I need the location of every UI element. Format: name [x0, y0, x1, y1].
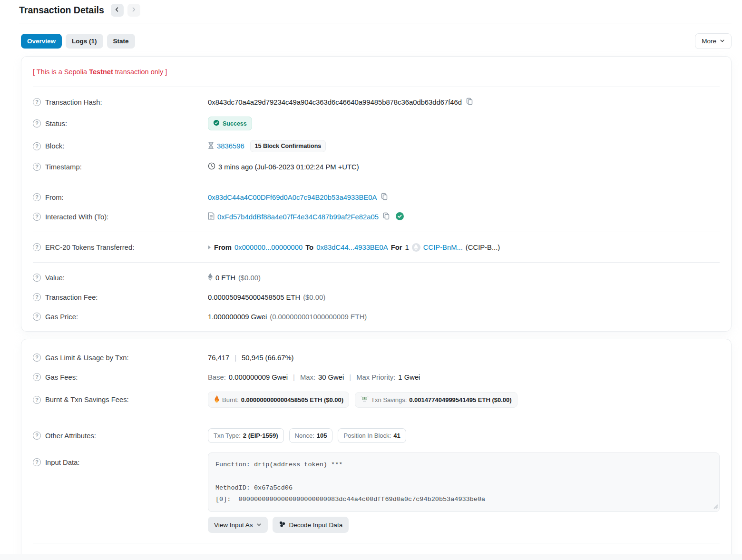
separator: |	[349, 373, 351, 381]
help-icon[interactable]: ?	[33, 213, 41, 221]
gas-usage-value: 50,945 (66.67%)	[242, 354, 293, 362]
txn-type-badge: Txn Type: 2 (EIP-1559)	[208, 428, 284, 443]
to-address-link[interactable]: 0xFd57b4ddBf88a4e07fF4e34C487b99af2Fe82a…	[217, 213, 379, 221]
decode-input-data-button[interactable]: Decode Input Data	[273, 517, 349, 533]
next-transaction-button[interactable]	[127, 4, 140, 17]
transaction-hash-value: 0x843dc70a4a29d79234c49a904c363d6c46640a…	[208, 98, 462, 106]
transaction-fee-label: ? Transaction Fee:	[33, 293, 208, 301]
warning-suffix: transaction only ]	[113, 68, 167, 76]
eth-diamond-icon	[208, 273, 213, 282]
status-text: Success	[223, 120, 247, 127]
gas-price-label: ? Gas Price:	[33, 313, 208, 321]
tab-state[interactable]: State	[107, 34, 135, 49]
help-icon[interactable]: ?	[33, 142, 41, 150]
erc20-to-word: To	[305, 244, 313, 251]
erc20-transfers-label: ? ERC-20 Tokens Transferred:	[33, 243, 208, 251]
status-row: ? Status: Success	[33, 112, 720, 135]
label-text: Interacted With (To):	[45, 213, 108, 221]
txn-savings-label-text: Txn Savings:	[371, 396, 407, 403]
view-input-as-button[interactable]: View Input As	[208, 517, 268, 533]
txn-savings-badge: $ Txn Savings: 0.001477404999541495 ETH …	[355, 392, 517, 408]
label-text: From:	[45, 194, 64, 201]
base-fee-value: 0.000000009 Gwei	[229, 373, 288, 381]
help-icon[interactable]: ?	[33, 313, 41, 321]
max-fee-value: 30 Gwei	[318, 373, 344, 381]
burnt-fee-value: 0.000000000000458505 ETH ($0.00)	[241, 396, 343, 403]
help-icon[interactable]: ?	[33, 458, 41, 466]
help-icon[interactable]: ?	[33, 354, 41, 362]
help-icon[interactable]: ?	[33, 243, 41, 251]
gas-limit-row: ? Gas Limit & Usage by Txn: 76,417 | 50,…	[33, 348, 720, 367]
warning-prefix: [ This is a Sepolia	[33, 68, 89, 76]
tabs-bar: Overview Logs (1) State More	[21, 33, 732, 49]
gas-price-amount: 1.000000009 Gwei	[208, 313, 267, 321]
value-row: ? Value: 0 ETH ($0.00)	[33, 268, 720, 287]
input-data-textarea[interactable]: Function: drip(address token) *** Method…	[208, 452, 720, 512]
divider	[33, 418, 720, 418]
help-icon[interactable]: ?	[33, 274, 41, 282]
erc20-for-word: For	[391, 244, 402, 251]
help-icon[interactable]: ?	[33, 163, 41, 171]
label-text: Gas Limit & Usage by Txn:	[45, 354, 129, 362]
verified-check-icon	[396, 212, 404, 222]
page-title: Transaction Details	[19, 5, 104, 16]
erc20-transfers-row: ? ERC-20 Tokens Transferred: From 0x0000…	[33, 237, 720, 257]
hourglass-icon	[208, 142, 214, 150]
burnt-fee-label-text: Burnt:	[222, 396, 239, 403]
max-priority-fee-value: 1 Gwei	[398, 373, 420, 381]
gas-fees-label: ? Gas Fees:	[33, 373, 208, 381]
help-icon[interactable]: ?	[33, 432, 41, 440]
money-wings-icon: $	[361, 396, 369, 404]
check-circle-icon	[213, 119, 220, 128]
previous-transaction-button[interactable]	[111, 4, 124, 17]
copy-hash-button[interactable]	[465, 98, 474, 107]
txn-type-label: Txn Type:	[214, 432, 241, 439]
page: Transaction Details Overview Logs (1) St…	[0, 0, 742, 560]
block-number-link[interactable]: 3836596	[217, 142, 244, 150]
value-amount: 0 ETH	[215, 274, 235, 282]
token-icon	[412, 243, 420, 252]
timestamp-row: ? Timestamp: 3 mins ago (Jul-06-2023 01:…	[33, 157, 720, 177]
copy-icon	[466, 98, 473, 107]
overview-card: [ This is a Sepolia Testnet transaction …	[21, 56, 732, 332]
help-icon[interactable]: ?	[33, 119, 41, 128]
tab-logs[interactable]: Logs (1)	[66, 34, 103, 49]
help-icon[interactable]: ?	[33, 396, 41, 404]
chevron-down-icon	[256, 521, 262, 529]
testnet-warning: [ This is a Sepolia Testnet transaction …	[33, 61, 720, 81]
help-icon[interactable]: ?	[33, 373, 41, 381]
erc20-amount: 1	[405, 244, 409, 251]
help-icon[interactable]: ?	[33, 193, 41, 201]
copy-to-address-button[interactable]	[381, 212, 391, 221]
help-icon[interactable]: ?	[33, 98, 41, 106]
chevron-down-icon	[720, 38, 725, 45]
flame-icon	[214, 395, 220, 404]
gas-limit-label: ? Gas Limit & Usage by Txn:	[33, 354, 208, 362]
resize-handle[interactable]	[713, 502, 718, 511]
erc20-from-address-link[interactable]: 0x000000...00000000	[234, 244, 303, 251]
separator: |	[293, 373, 295, 381]
burnt-fees-label: ? Burnt & Txn Savings Fees:	[33, 396, 208, 404]
divider	[33, 182, 720, 182]
value-usd: ($0.00)	[238, 274, 261, 282]
help-icon[interactable]: ?	[33, 293, 41, 301]
input-data-label: ? Input Data:	[33, 452, 208, 466]
gas-limit-value: 76,417	[208, 354, 229, 362]
tab-overview[interactable]: Overview	[21, 34, 62, 49]
label-text: Timestamp:	[45, 163, 82, 171]
transaction-fee-amount: 0.000050945000458505 ETH	[208, 294, 300, 301]
from-address-link[interactable]: 0x83dC44a4C00DFf69d0A0c7c94B20b53a4933BE…	[208, 194, 377, 201]
erc20-to-address-link[interactable]: 0x83dC44...4933BE0A	[316, 244, 388, 251]
chevron-left-icon	[114, 7, 120, 14]
other-attributes-row: ? Other Attributes: Txn Type: 2 (EIP-155…	[33, 423, 720, 448]
token-name-link[interactable]: CCIP-BnM...	[423, 244, 463, 251]
timestamp-label: ? Timestamp:	[33, 163, 208, 171]
copy-from-address-button[interactable]	[380, 193, 389, 202]
value-label: ? Value:	[33, 274, 208, 282]
more-dropdown-button[interactable]: More	[695, 33, 732, 49]
status-badge: Success	[208, 117, 252, 130]
timestamp-value: 3 mins ago (Jul-06-2023 01:02:24 PM +UTC…	[218, 163, 359, 171]
copy-icon	[382, 212, 390, 221]
block-confirmations-badge: 15 Block Confirmations	[250, 140, 326, 152]
label-text: Other Attributes:	[45, 432, 96, 440]
